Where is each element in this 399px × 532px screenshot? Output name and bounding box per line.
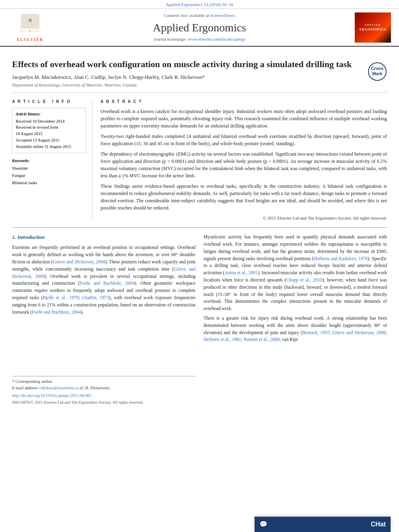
ref-chopp-2010[interactable]: Chopp et al., 2010 (286, 277, 322, 282)
email-suffix: (C.R. Dickerson). (80, 386, 110, 390)
intro-para-1: Exertions are frequently performed in an… (12, 244, 195, 316)
article-title: Effects of overhead work configuration o… (12, 59, 363, 70)
crossmark-badge: Cross Mark (368, 62, 387, 83)
corresponding-text: * Corresponding author. (12, 379, 53, 384)
svg-text:⚕: ⚕ (30, 30, 31, 32)
sciencedirect-link[interactable]: ScienceDirect (210, 13, 235, 18)
journal-citation-text: Applied Ergonomics 53 (2016) 10–16 (166, 2, 233, 7)
received-revised-label: Received in revised form (16, 124, 82, 131)
elsevier-tree-icon: 🌿 ⚕ (14, 12, 46, 36)
body-right-column: Myoelectric activity has frequently been… (204, 234, 387, 405)
email-note: E-mail address: cdickers@uwaterloo.ca (C… (12, 385, 195, 391)
corresponding-author-note: * Corresponding author. (12, 378, 195, 385)
journal-header: 🌿 ⚕ ELSEVIER Contents lists available at… (0, 9, 399, 47)
abstract-para-4: These findings assist evidence-based app… (101, 183, 387, 212)
ref-grieve-2008b[interactable]: Grieve and Dickerson, 2008 (12, 267, 195, 279)
ref-herberts-1976[interactable]: Herberts and Kadefors, 1976 (314, 256, 368, 261)
homepage-line: journal homepage: www.elsevier.com/locat… (52, 36, 347, 42)
authors: Jacquelyn M. Maciukiewicz, Alan C. Cudli… (12, 74, 363, 81)
chat-label: CHat (371, 520, 386, 529)
ref-chaffin-1973[interactable]: Chaffin, 1973 (82, 295, 109, 300)
intro-text-right: Myoelectric activity has frequently been… (204, 234, 387, 343)
elsevier-logo: 🌿 ⚕ ELSEVIER (8, 12, 52, 43)
abstract-para-1: Overhead work is a known catalyst for oc… (101, 108, 387, 129)
elsevier-brand-text: ELSEVIER (17, 37, 44, 43)
logo-applied-text: APPLIED (365, 23, 381, 27)
elsevier-logo-area: 🌿 ⚕ ELSEVIER (8, 12, 52, 43)
main-content: Effects of overhead work configuration o… (0, 47, 399, 411)
intro-para-right-1: Myoelectric activity has frequently been… (204, 234, 387, 312)
ref-herberts-1981[interactable]: Herberts et al., 1981 (204, 337, 241, 342)
accepted-line: Accepted 13 August 2015 (16, 137, 82, 144)
footer-notes: * Corresponding author. E-mail address: … (12, 376, 195, 405)
two-column-layout: A R T I C L E I N F O Article history: R… (12, 99, 387, 222)
issn-line: 0003-6870/© 2015 Elsevier Ltd and The Er… (12, 400, 195, 405)
keyword-fatigue: Fatigue (12, 172, 86, 179)
intro-text-left: Exertions are frequently performed in an… (12, 244, 195, 316)
affiliation: Department of Kinesiology, University of… (12, 82, 363, 88)
body-left-column: 1. Introduction Exertions are frequently… (12, 234, 195, 405)
article-info-column: A R T I C L E I N F O Article history: R… (12, 99, 93, 222)
crossmark-icon: Cross Mark (368, 62, 387, 81)
journal-citation-bar: Applied Ergonomics 53 (2016) 10–16 (0, 0, 399, 9)
contents-text: Contents lists available at (164, 13, 210, 18)
section-divider (12, 227, 387, 228)
svg-text:Mark: Mark (372, 71, 383, 76)
doi-link[interactable]: http://dx.doi.org/10.1016/j.apergo.2015.… (12, 393, 91, 398)
body-section: 1. Introduction Exertions are frequently… (12, 234, 387, 405)
abstract-para-2: Twenty-two right-handed males completed … (101, 133, 387, 147)
abstract-column: A B S T R A C T Overhead work is a known… (101, 99, 387, 222)
article-history-box: Article history: Received 10 December 20… (12, 108, 86, 154)
intro-para-right-2: There is a greater risk for injury risk … (204, 315, 387, 343)
chat-panel-header[interactable]: 💬 CHat (255, 517, 391, 532)
article-title-text: Effects of overhead work configuration o… (12, 59, 363, 88)
journal-homepage-link[interactable]: www.elsevier.com/locate/apergo (188, 37, 245, 41)
copyright-line: © 2015 Elsevier Ltd and The Ergonomics S… (101, 215, 387, 222)
svg-text:Cross: Cross (371, 66, 383, 71)
journal-title-area: Contents lists available at ScienceDirec… (52, 12, 347, 42)
ref-anton-2001[interactable]: Anton et al., 2001 (224, 270, 258, 275)
keyword-shoulder: Shoulder (12, 165, 86, 172)
homepage-text: journal homepage: (154, 37, 188, 41)
received-line-1: Received 10 December 2014 (16, 118, 82, 125)
contents-line: Contents lists available at ScienceDirec… (52, 12, 347, 18)
keywords-box: Keywords: Shoulder Fatigue Bilateral tas… (12, 158, 86, 186)
received-revised-date: 10 August 2015 (16, 131, 82, 137)
ref-forde-2004a[interactable]: Forde and Buchholz, 2004 (80, 281, 135, 286)
ref-grieve-2008c[interactable]: Grieve and Dickerson, 2008 (332, 330, 386, 335)
doi-line: http://dx.doi.org/10.1016/j.apergo.2015.… (12, 393, 195, 399)
available-online-line: Available online 31 August 2015 (16, 144, 82, 150)
journal-logo-box: APPLIED ERGONOMICS (355, 12, 391, 43)
ref-grieve-2008a[interactable]: Grieve and Dickerson, 2008 (53, 259, 105, 264)
ref-bernard-1997[interactable]: Bernard, 1997 (302, 330, 329, 335)
article-history-title: Article history: (16, 111, 82, 117)
ref-forde-2004b[interactable]: Forde and Buchholz, 2004 (32, 310, 81, 314)
abstract-text: Overhead work is a known catalyst for oc… (101, 108, 387, 222)
ref-punnett-2000[interactable]: Punnett et al., 2000 (244, 337, 280, 342)
email-label: E-mail address: (12, 386, 39, 390)
ref-bjelle-1979[interactable]: Bjelle et al., 1979 (43, 295, 78, 300)
article-info-header: A R T I C L E I N F O (12, 99, 86, 105)
keyword-bilateral: Bilateral tasks (12, 179, 86, 187)
article-title-section: Effects of overhead work configuration o… (12, 53, 387, 92)
journal-title: Applied Ergonomics (52, 20, 347, 35)
abstract-header: A B S T R A C T (101, 99, 387, 105)
chat-icon: 💬 (259, 520, 267, 529)
logo-ergonomics-text: ERGONOMICS (360, 27, 386, 32)
keywords-title: Keywords: (12, 158, 86, 164)
intro-title: 1. Introduction (12, 234, 195, 241)
chat-panel[interactable]: 💬 CHat (254, 516, 391, 532)
journal-logo-area: APPLIED ERGONOMICS (347, 12, 391, 43)
email-link[interactable]: cdickers@uwaterloo.ca (39, 386, 79, 390)
abstract-para-3: The dependency of electromyographic (EMG… (101, 150, 387, 179)
svg-text:🌿: 🌿 (29, 18, 33, 22)
